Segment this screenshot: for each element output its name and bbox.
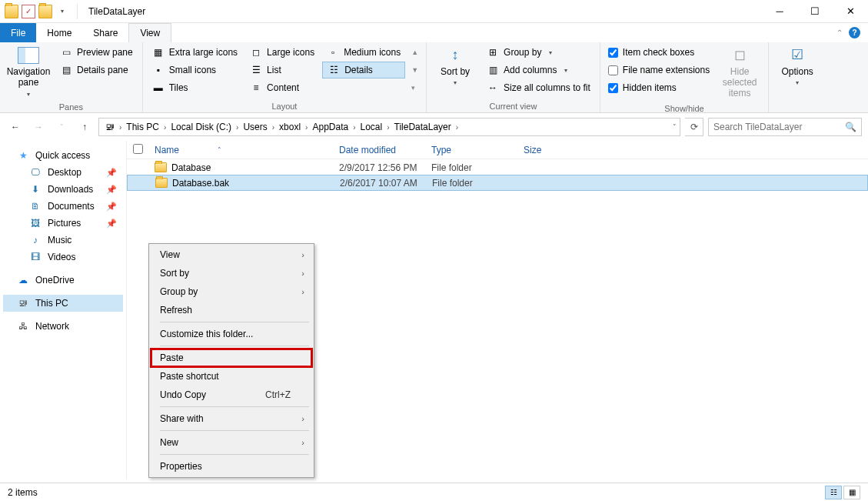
nav-pictures[interactable]: 🖼Pictures📌 (3, 215, 123, 232)
layout-scroll-up[interactable]: ▲ (408, 44, 421, 61)
forward-button[interactable]: → (29, 118, 48, 136)
up-button[interactable]: ↑ (75, 118, 94, 136)
ctx-share-with[interactable]: Share with› (151, 409, 312, 428)
content-button[interactable]: ≡Content (245, 79, 319, 96)
address-dropdown-icon[interactable]: ˅ (673, 123, 677, 131)
column-date[interactable]: Date modified (333, 145, 425, 155)
tab-view[interactable]: View (128, 23, 171, 42)
sort-asc-icon: ˄ (218, 146, 221, 154)
ctx-refresh[interactable]: Refresh (151, 301, 312, 319)
hidden-items-checkbox[interactable]: Hidden items (605, 79, 713, 96)
content-icon: ≡ (250, 82, 262, 93)
search-box[interactable]: 🔍 (708, 118, 862, 136)
refresh-button[interactable]: ⟳ (685, 118, 703, 136)
item-check-boxes-checkbox[interactable]: Item check boxes (605, 44, 713, 61)
sort-by-button[interactable]: ↕ Sort by ▾ (431, 44, 479, 90)
maximize-button[interactable]: ☐ (797, 0, 833, 23)
tab-file[interactable]: File (0, 23, 36, 42)
select-all-checkbox[interactable] (133, 144, 143, 154)
nav-this-pc[interactable]: 🖳This PC (3, 295, 123, 312)
group-current-view: ↕ Sort by ▾ ⊞Group by▾ ▥Add columns▾ ↔Si… (427, 42, 600, 112)
column-type[interactable]: Type (425, 145, 517, 155)
tab-home[interactable]: Home (36, 23, 82, 42)
breadcrumb-sep-icon[interactable]: › (119, 123, 121, 132)
details-pane-label: Details pane (77, 65, 128, 75)
file-row[interactable]: Database.bak 2/6/2017 10:07 AM File fold… (127, 175, 868, 191)
nav-desktop[interactable]: 🖵Desktop📌 (3, 164, 123, 181)
small-icons-button[interactable]: ▪Small icons (148, 62, 242, 78)
tiles-button[interactable]: ▬Tiles (148, 79, 242, 96)
ctx-paste[interactable]: Paste (151, 349, 312, 367)
breadcrumb-appdata[interactable]: AppData (309, 122, 351, 132)
options-icon: ☑ (791, 47, 803, 64)
ctx-view[interactable]: View› (151, 245, 312, 264)
extra-large-icons-button[interactable]: ▦Extra large icons (148, 44, 242, 61)
downloads-icon: ⬇ (29, 184, 42, 195)
preview-pane-button[interactable]: ▭Preview pane (55, 44, 138, 61)
layout-scroll-down[interactable]: ▼ (408, 62, 421, 78)
layout-more-icon[interactable]: ▾ (408, 79, 421, 96)
details-view-toggle[interactable]: ☷ (825, 486, 842, 499)
column-size[interactable]: Size (517, 145, 579, 155)
qat-checkbox-icon[interactable]: ✓ (22, 5, 35, 18)
ctx-properties[interactable]: Properties (151, 457, 312, 476)
large-icons-button[interactable]: ◻Large icons (245, 44, 319, 61)
file-name-extensions-checkbox[interactable]: File name extensions (605, 62, 713, 78)
group-label-show-hide: Show/hide (605, 102, 763, 115)
quick-access-toolbar: ✓ ▾ (0, 5, 74, 18)
help-icon[interactable]: ? (849, 27, 860, 38)
add-columns-button[interactable]: ▥Add columns▾ (482, 62, 595, 78)
menu-separator (160, 322, 309, 322)
details-view-button[interactable]: ☷Details (322, 62, 405, 78)
breadcrumb-local[interactable]: Local (358, 122, 386, 132)
large-icons-icon: ◻ (250, 47, 262, 58)
breadcrumb[interactable]: 🖳 › This PC› Local Disk (C:)› Users› xbo… (98, 118, 680, 136)
breadcrumb-this-pc[interactable]: This PC (123, 122, 162, 132)
nav-videos[interactable]: 🎞Videos (3, 249, 123, 266)
close-button[interactable]: ✕ (833, 0, 868, 23)
size-columns-button[interactable]: ↔Size all columns to fit (482, 79, 595, 96)
options-button[interactable]: ☑ Options ▾ (773, 44, 821, 90)
sort-icon: ↕ (452, 47, 459, 64)
group-by-button[interactable]: ⊞Group by▾ (482, 44, 595, 61)
navigation-pane-button[interactable]: Navigation pane ▾ (5, 44, 52, 101)
tab-share[interactable]: Share (82, 23, 128, 42)
ctx-customize[interactable]: Customize this folder... (151, 325, 312, 343)
status-item-count: 2 items (8, 487, 38, 498)
size-columns-icon: ↔ (487, 82, 499, 93)
nav-downloads[interactable]: ⬇Downloads📌 (3, 181, 123, 198)
breadcrumb-users[interactable]: Users (240, 122, 270, 132)
separator (77, 4, 78, 19)
minimize-button[interactable]: ─ (762, 0, 797, 23)
ctx-paste-shortcut[interactable]: Paste shortcut (151, 367, 312, 386)
search-input[interactable] (713, 122, 845, 132)
nav-onedrive[interactable]: ☁OneDrive (3, 272, 123, 289)
back-button[interactable]: ← (6, 118, 25, 136)
pictures-icon: 🖼 (29, 218, 42, 229)
list-button[interactable]: ☰List (245, 62, 319, 78)
nav-documents[interactable]: 🗎Documents📌 (3, 198, 123, 215)
nav-quick-access[interactable]: ★Quick access (3, 147, 123, 164)
nav-network[interactable]: 🖧Network (3, 318, 123, 335)
thumbnails-view-toggle[interactable]: ▦ (843, 486, 860, 499)
medium-icons-button[interactable]: ▫Medium icons (322, 44, 405, 61)
list-icon: ☰ (250, 65, 262, 75)
file-row[interactable]: Database 2/9/2017 12:56 PM File folder (127, 159, 868, 175)
ctx-undo-copy[interactable]: Undo CopyCtrl+Z (151, 386, 312, 404)
ctx-group-by[interactable]: Group by› (151, 282, 312, 301)
hide-selected-button[interactable]: ◻ Hide selected items (716, 44, 763, 102)
collapse-ribbon-icon[interactable]: ⌃ (836, 28, 843, 37)
breadcrumb-local-disk[interactable]: Local Disk (C:) (168, 122, 234, 132)
details-pane-button[interactable]: ▤Details pane (55, 62, 138, 78)
breadcrumb-xboxl[interactable]: xboxl (276, 122, 304, 132)
nav-music[interactable]: ♪Music (3, 232, 123, 249)
breadcrumb-tiledatalayer[interactable]: TileDataLayer (391, 122, 454, 132)
qat-dropdown-icon[interactable]: ▾ (55, 5, 69, 18)
ctx-sort-by[interactable]: Sort by› (151, 264, 312, 282)
pc-icon[interactable]: 🖳 (102, 122, 118, 132)
column-name[interactable]: Name˄ (148, 145, 333, 155)
recent-locations-button[interactable]: ˅ (52, 118, 71, 136)
ctx-new[interactable]: New› (151, 433, 312, 452)
group-layout: ▦Extra large icons ▪Small icons ▬Tiles ◻… (143, 42, 427, 112)
tiles-icon: ▬ (152, 82, 165, 93)
